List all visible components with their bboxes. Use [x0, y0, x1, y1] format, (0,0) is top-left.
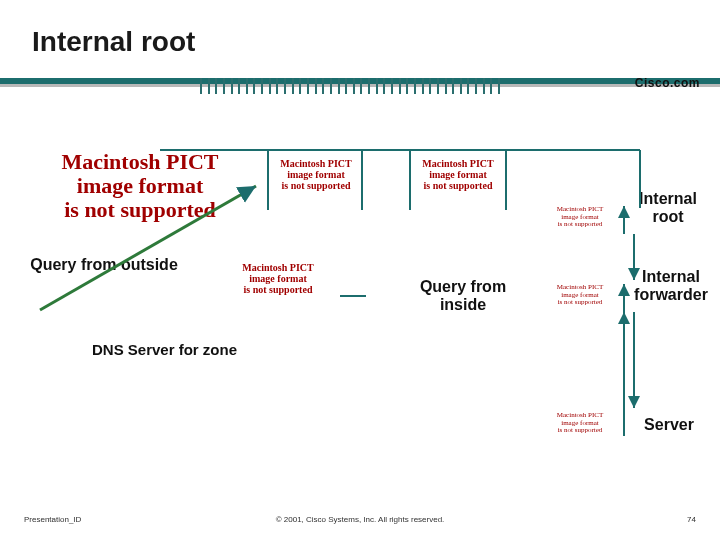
pict-line: image format [218, 273, 338, 284]
pict-line: is not supported [550, 299, 610, 307]
label-dns-zone: DNS Server for zone [92, 341, 292, 358]
pict-placeholder-med-2: Macintosh PICT image format is not suppo… [418, 158, 498, 191]
pict-line: Macintosh PICT [276, 158, 356, 169]
pict-line: is not supported [276, 180, 356, 191]
label-server: Server [634, 416, 704, 434]
label-query-inside: Query from inside [398, 278, 528, 314]
page-title: Internal root [32, 26, 195, 58]
pict-line: image format [276, 169, 356, 180]
pict-placeholder-sm-1: Macintosh PICT image format is not suppo… [550, 206, 610, 229]
footer-copyright: © 2001, Cisco Systems, Inc. All rights r… [0, 515, 720, 524]
pict-line: is not supported [418, 180, 498, 191]
pict-line: is not supported [550, 427, 610, 435]
header-rule [0, 78, 720, 100]
pict-line: is not supported [550, 221, 610, 229]
brand-logo: Cisco.com [635, 76, 700, 90]
slide: Internal root Cisco.com Macintosh PICT i… [0, 0, 720, 540]
pict-placeholder-sm-2: Macintosh PICT image format is not suppo… [550, 284, 610, 307]
pict-line: Macintosh PICT [218, 262, 338, 273]
pict-line: Macintosh PICT [418, 158, 498, 169]
pict-placeholder-large: Macintosh PICT image format is not suppo… [40, 150, 240, 223]
pict-line: Macintosh PICT [40, 150, 240, 174]
label-internal-forwarder: Internal forwarder [626, 268, 716, 304]
footer-page-number: 74 [687, 515, 696, 524]
pict-placeholder-med-1: Macintosh PICT image format is not suppo… [276, 158, 356, 191]
label-query-outside: Query from outside [4, 256, 204, 274]
header-hashes [200, 78, 520, 98]
pict-placeholder-med-3: Macintosh PICT image format is not suppo… [218, 262, 338, 295]
pict-line: is not supported [40, 198, 240, 222]
pict-line: is not supported [218, 284, 338, 295]
pict-placeholder-sm-3: Macintosh PICT image format is not suppo… [550, 412, 610, 435]
pict-line: image format [418, 169, 498, 180]
label-internal-root: Internal root [628, 190, 708, 226]
pict-line: image format [40, 174, 240, 198]
